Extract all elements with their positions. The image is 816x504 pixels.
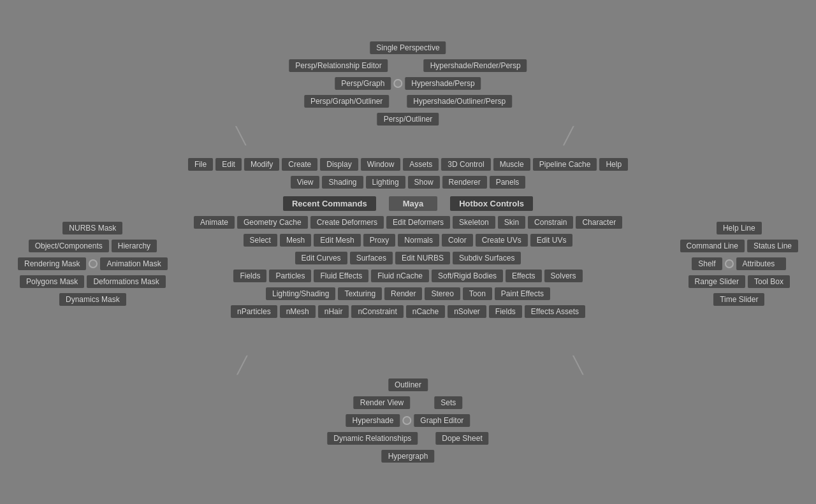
btn-create-uvs[interactable]: Create UVs — [476, 234, 528, 247]
btn-file[interactable]: File — [188, 158, 213, 171]
btn-lighting[interactable]: Lighting — [366, 176, 405, 189]
btn-recent-commands[interactable]: Recent Commands — [283, 196, 376, 211]
btn-edit-curves[interactable]: Edit Curves — [295, 252, 347, 264]
btn-edit-deformers[interactable]: Edit Deformers — [386, 216, 450, 229]
btn-solvers[interactable]: Solvers — [544, 270, 583, 282]
btn-nparticles[interactable]: nParticles — [231, 305, 277, 318]
btn-create[interactable]: Create — [282, 158, 317, 171]
btn-fields2[interactable]: Fields — [489, 305, 522, 318]
btn-skin[interactable]: Skin — [498, 216, 525, 229]
btn-sets[interactable]: Sets — [434, 396, 462, 409]
btn-persp-graph-outliner[interactable]: Persp/Graph/Outliner — [304, 95, 389, 108]
btn-normals[interactable]: Normals — [398, 234, 439, 247]
btn-constrain[interactable]: Constrain — [528, 216, 573, 229]
btn-effects[interactable]: Effects — [506, 270, 541, 282]
btn-mesh[interactable]: Mesh — [280, 234, 311, 247]
btn-create-deformers[interactable]: Create Deformers — [310, 216, 384, 229]
btn-ncache[interactable]: nCache — [406, 305, 445, 318]
btn-time-slider[interactable]: Time Slider — [713, 293, 764, 306]
btn-persp-graph[interactable]: Persp/Graph — [335, 77, 391, 90]
btn-hypershade-outliner-persp[interactable]: Hypershade/Outliner/Persp — [407, 95, 512, 108]
btn-renderer[interactable]: Renderer — [442, 176, 487, 189]
btn-window[interactable]: Window — [361, 158, 401, 171]
btn-command-line[interactable]: Command Line — [680, 240, 745, 252]
btn-soft-rigid[interactable]: Soft/Rigid Bodies — [432, 270, 503, 282]
btn-graph-editor[interactable]: Graph Editor — [414, 414, 470, 427]
btn-dynamic-relationships[interactable]: Dynamic Relationships — [327, 432, 418, 445]
btn-hierarchy[interactable]: Hierarchy — [112, 240, 157, 252]
btn-object-components[interactable]: Object/Components — [29, 240, 109, 252]
btn-nhair[interactable]: nHair — [318, 305, 349, 318]
btn-surfaces[interactable]: Surfaces — [350, 252, 393, 264]
btn-paint-effects[interactable]: Paint Effects — [495, 287, 550, 300]
btn-toon[interactable]: Toon — [463, 287, 492, 300]
btn-character[interactable]: Character — [576, 216, 622, 229]
top-panel: Single Perspective Persp/Relationship Ed… — [289, 41, 527, 128]
btn-lighting-shading[interactable]: Lighting/Shading — [266, 287, 335, 300]
btn-fields[interactable]: Fields — [233, 270, 266, 282]
right-panel: Help Line Command Line Status Line Shelf… — [680, 222, 798, 308]
btn-color[interactable]: Color — [442, 234, 473, 247]
btn-display[interactable]: Display — [320, 158, 358, 171]
btn-status-line[interactable]: Status Line — [747, 240, 798, 252]
btn-geometry-cache[interactable]: Geometry Cache — [237, 216, 308, 229]
btn-shelf[interactable]: Shelf — [692, 257, 722, 270]
btn-fluid-ncache[interactable]: Fluid nCache — [371, 270, 429, 282]
btn-single-perspective[interactable]: Single Perspective — [370, 41, 446, 54]
btn-attributes[interactable]: Attributes — [736, 257, 787, 270]
btn-view[interactable]: View — [291, 176, 320, 189]
btn-outliner[interactable]: Outliner — [388, 378, 428, 391]
btn-fluid-effects[interactable]: Fluid Effects — [314, 270, 368, 282]
btn-hypershade-render-persp[interactable]: Hypershade/Render/Persp — [424, 59, 527, 72]
btn-skeleton[interactable]: Skeleton — [453, 216, 495, 229]
btn-edit-uvs[interactable]: Edit UVs — [530, 234, 573, 247]
btn-edit-mesh[interactable]: Edit Mesh — [314, 234, 360, 247]
btn-tool-box[interactable]: Tool Box — [748, 275, 790, 288]
btn-deformations-mask[interactable]: Deformations Mask — [87, 275, 165, 288]
hotbox-root: Single Perspective Persp/Relationship Ed… — [0, 0, 816, 504]
btn-dope-sheet[interactable]: Dope Sheet — [435, 432, 488, 445]
btn-polygons-mask[interactable]: Polygons Mask — [20, 275, 84, 288]
btn-render-view[interactable]: Render View — [354, 396, 410, 409]
btn-show[interactable]: Show — [408, 176, 440, 189]
btn-help-line[interactable]: Help Line — [717, 222, 762, 234]
btn-subdiv-surfaces[interactable]: Subdiv Surfaces — [453, 252, 521, 264]
btn-3d-control[interactable]: 3D Control — [441, 158, 490, 171]
select-row: Select Mesh Edit Mesh Proxy Normals Colo… — [244, 234, 573, 247]
btn-range-slider[interactable]: Range Slider — [688, 275, 745, 288]
btn-hypershade-persp[interactable]: Hypershade/Persp — [405, 77, 481, 90]
btn-proxy[interactable]: Proxy — [363, 234, 396, 247]
center-panel: File Edit Modify Create Display Window A… — [217, 158, 599, 320]
btn-nmesh[interactable]: nMesh — [280, 305, 316, 318]
btn-maya[interactable]: Maya — [389, 196, 438, 211]
btn-modify[interactable]: Modify — [244, 158, 279, 171]
btn-persp-outliner[interactable]: Persp/Outliner — [377, 113, 439, 126]
btn-hypershade[interactable]: Hypershade — [346, 414, 400, 427]
btn-rendering-mask[interactable]: Rendering Mask — [18, 257, 86, 270]
btn-edit[interactable]: Edit — [215, 158, 242, 171]
menu-row-1: File Edit Modify Create Display Window A… — [188, 158, 628, 171]
btn-particles[interactable]: Particles — [269, 270, 311, 282]
btn-nsolver[interactable]: nSolver — [448, 305, 486, 318]
btn-render[interactable]: Render — [384, 287, 422, 300]
btn-nconstraint[interactable]: nConstraint — [351, 305, 403, 318]
btn-select[interactable]: Select — [244, 234, 277, 247]
btn-stereo[interactable]: Stereo — [425, 287, 460, 300]
btn-hypergraph[interactable]: Hypergraph — [382, 450, 435, 463]
btn-texturing[interactable]: Texturing — [338, 287, 382, 300]
btn-effects-assets[interactable]: Effects Assets — [525, 305, 585, 318]
left-center-dot — [89, 259, 98, 268]
btn-hotbox-controls[interactable]: Hotbox Controls — [450, 196, 533, 211]
btn-help[interactable]: Help — [599, 158, 628, 171]
btn-panels[interactable]: Panels — [490, 176, 526, 189]
btn-persp-rel-editor[interactable]: Persp/Relationship Editor — [289, 59, 388, 72]
btn-nurbs-mask[interactable]: NURBS Mask — [62, 222, 122, 234]
btn-muscle[interactable]: Muscle — [493, 158, 530, 171]
btn-animation-mask[interactable]: Animation Mask — [100, 257, 167, 270]
btn-pipeline-cache[interactable]: Pipeline Cache — [533, 158, 597, 171]
btn-edit-nurbs[interactable]: Edit NURBS — [395, 252, 450, 264]
btn-shading[interactable]: Shading — [322, 176, 363, 189]
btn-assets[interactable]: Assets — [403, 158, 439, 171]
btn-dynamics-mask[interactable]: Dynamics Mask — [59, 293, 126, 306]
btn-animate[interactable]: Animate — [194, 216, 235, 229]
